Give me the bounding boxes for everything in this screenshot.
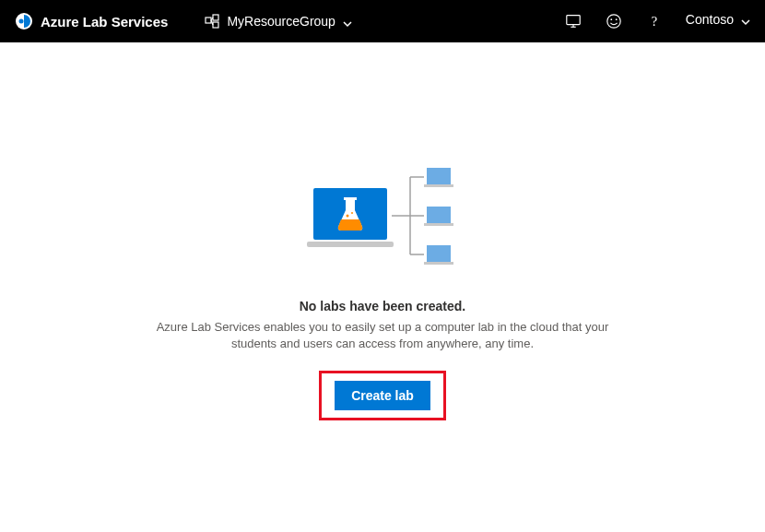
create-lab-button[interactable]: Create lab xyxy=(335,381,430,410)
chevron-down-icon xyxy=(741,15,750,24)
resource-group-label: MyResourceGroup xyxy=(227,14,335,29)
svg-rect-2 xyxy=(206,18,211,23)
highlight-annotation: Create lab xyxy=(319,371,446,420)
resource-group-icon xyxy=(205,14,219,29)
resource-group-dropdown[interactable]: MyResourceGroup xyxy=(205,14,352,29)
svg-rect-7 xyxy=(567,16,580,25)
svg-rect-3 xyxy=(213,15,218,20)
svg-rect-25 xyxy=(424,184,453,187)
top-bar-right-section: ? Contoso xyxy=(564,12,750,30)
svg-point-11 xyxy=(610,18,612,20)
empty-state-illustration-icon xyxy=(300,162,465,273)
brand[interactable]: Azure Lab Services xyxy=(15,12,168,30)
monitor-icon[interactable] xyxy=(564,12,583,30)
svg-rect-29 xyxy=(424,262,453,265)
main-content: No labs have been created. Azure Lab Ser… xyxy=(0,42,765,420)
svg-rect-26 xyxy=(427,207,451,223)
svg-rect-15 xyxy=(307,242,394,247)
feedback-icon[interactable] xyxy=(605,12,623,30)
svg-point-16 xyxy=(347,215,349,218)
svg-point-1 xyxy=(19,19,24,24)
help-icon[interactable]: ? xyxy=(645,12,664,30)
top-navigation-bar: Azure Lab Services MyResourceGroup xyxy=(0,0,765,42)
brand-name: Azure Lab Services xyxy=(41,14,168,30)
tenant-label: Contoso xyxy=(686,12,734,27)
chevron-down-icon xyxy=(343,17,352,26)
svg-point-10 xyxy=(607,15,620,28)
svg-text:?: ? xyxy=(652,14,657,29)
svg-rect-28 xyxy=(427,245,451,262)
empty-state-title: No labs have been created. xyxy=(300,299,466,313)
svg-point-12 xyxy=(616,18,618,20)
svg-rect-4 xyxy=(213,22,218,28)
svg-point-17 xyxy=(351,212,353,214)
empty-state-description: Azure Lab Services enables you to easily… xyxy=(134,319,631,352)
svg-rect-27 xyxy=(424,223,453,226)
azure-lab-services-logo-icon xyxy=(15,12,33,30)
tenant-dropdown[interactable]: Contoso xyxy=(686,12,750,30)
svg-rect-24 xyxy=(427,168,451,184)
svg-rect-18 xyxy=(344,197,357,200)
